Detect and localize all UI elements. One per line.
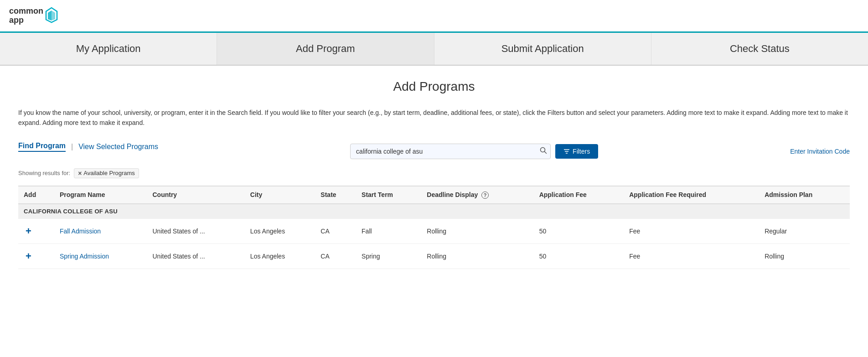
tab-my-application[interactable]: My Application bbox=[0, 33, 217, 65]
program-fee-required-spring-admission: Fee bbox=[624, 244, 759, 269]
search-input[interactable] bbox=[350, 144, 551, 159]
deadline-info-icon[interactable]: ? bbox=[481, 191, 489, 199]
search-button[interactable] bbox=[540, 147, 547, 156]
tab-add-program[interactable]: Add Program bbox=[217, 33, 434, 65]
col-add: Add bbox=[18, 186, 54, 204]
col-state: State bbox=[315, 186, 356, 204]
program-start-term-spring-admission: Spring bbox=[356, 244, 421, 269]
col-deadline-display: Deadline Display ? bbox=[421, 186, 533, 204]
main-content: Add Programs If you know the name of you… bbox=[0, 66, 868, 283]
program-country-fall-admission: United States of ... bbox=[147, 219, 244, 244]
program-city-spring-admission: Los Angeles bbox=[245, 244, 315, 269]
program-state-fall-admission: CA bbox=[315, 219, 356, 244]
program-admission-plan-fall-admission: Regular bbox=[759, 219, 850, 244]
header: common app bbox=[0, 0, 868, 33]
search-area: Filters bbox=[350, 144, 598, 159]
showing-results-label: Showing results for: bbox=[18, 170, 70, 176]
program-fee-required-fall-admission: Fee bbox=[624, 219, 759, 244]
svg-marker-2 bbox=[48, 10, 52, 21]
program-deadline-fall-admission: Rolling bbox=[421, 219, 533, 244]
nav-divider: | bbox=[71, 143, 73, 151]
filter-tag-remove[interactable]: × bbox=[78, 170, 82, 177]
col-fee-required: Application Fee Required bbox=[624, 186, 759, 204]
program-link-spring-admission[interactable]: Spring Admission bbox=[60, 253, 109, 260]
page-title: Add Programs bbox=[18, 79, 850, 94]
program-admission-plan-spring-admission: Rolling bbox=[759, 244, 850, 269]
col-start-term: Start Term bbox=[356, 186, 421, 204]
view-selected-link[interactable]: View Selected Programs bbox=[78, 143, 158, 151]
school-group-header: CALIFORNIA COLLEGE OF ASU bbox=[18, 204, 850, 219]
program-deadline-spring-admission: Rolling bbox=[421, 244, 533, 269]
col-application-fee: Application Fee bbox=[534, 186, 624, 204]
filter-tag: × Available Programs bbox=[74, 168, 139, 178]
find-program-link[interactable]: Find Program bbox=[18, 142, 66, 152]
program-fee-fall-admission: 50 bbox=[534, 219, 624, 244]
add-program-button-fall-admission[interactable]: + bbox=[24, 225, 33, 237]
col-country: Country bbox=[147, 186, 244, 204]
table-row: + Fall Admission United States of ... Lo… bbox=[18, 219, 850, 244]
program-state-spring-admission: CA bbox=[315, 244, 356, 269]
program-link-fall-admission[interactable]: Fall Admission bbox=[60, 228, 101, 235]
program-start-term-fall-admission: Fall bbox=[356, 219, 421, 244]
nav-tabs: My Application Add Program Submit Applic… bbox=[0, 33, 868, 66]
table-header-row: Add Program Name Country City State Star… bbox=[18, 186, 850, 204]
table-row: + Spring Admission United States of ... … bbox=[18, 244, 850, 269]
program-country-spring-admission: United States of ... bbox=[147, 244, 244, 269]
results-filter: Showing results for: × Available Program… bbox=[18, 168, 850, 178]
tab-check-status[interactable]: Check Status bbox=[651, 33, 868, 65]
invitation-code-link[interactable]: Enter Invitation Code bbox=[790, 148, 850, 155]
col-program-name: Program Name bbox=[54, 186, 147, 204]
program-nav: Find Program | View Selected Programs bbox=[18, 142, 158, 152]
tab-submit-application[interactable]: Submit Application bbox=[434, 33, 651, 65]
col-admission-plan: Admission Plan bbox=[759, 186, 850, 204]
logo: common app bbox=[9, 7, 58, 25]
school-group-name: CALIFORNIA COLLEGE OF ASU bbox=[18, 204, 850, 219]
filter-tag-label: Available Programs bbox=[83, 170, 134, 176]
search-wrapper bbox=[350, 144, 551, 159]
svg-marker-1 bbox=[52, 10, 55, 21]
logo-icon bbox=[45, 7, 58, 25]
program-city-fall-admission: Los Angeles bbox=[245, 219, 315, 244]
add-program-button-spring-admission[interactable]: + bbox=[24, 250, 33, 262]
top-row: Find Program | View Selected Programs bbox=[18, 142, 850, 161]
filters-button[interactable]: Filters bbox=[555, 144, 598, 159]
program-fee-spring-admission: 50 bbox=[534, 244, 624, 269]
programs-table: Add Program Name Country City State Star… bbox=[18, 186, 850, 269]
description-text: If you know the name of your school, uni… bbox=[18, 108, 850, 128]
logo-text: common app bbox=[9, 7, 43, 25]
filters-label: Filters bbox=[573, 148, 590, 155]
svg-line-4 bbox=[545, 151, 547, 153]
col-city: City bbox=[245, 186, 315, 204]
